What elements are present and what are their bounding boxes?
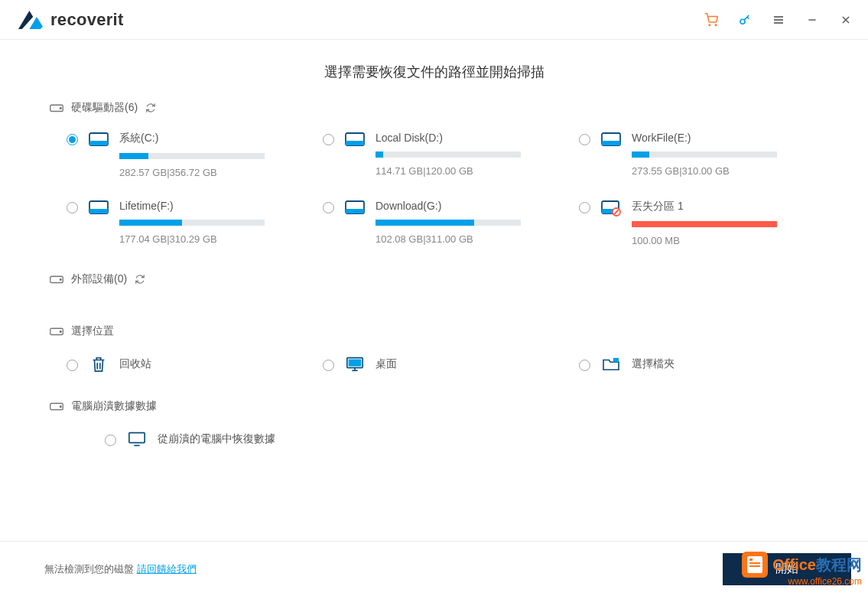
radio-crash[interactable] xyxy=(105,435,116,446)
svg-rect-16 xyxy=(346,141,364,145)
drive-size: 114.71 GB|120.00 GB xyxy=(375,165,547,177)
disk-icon xyxy=(89,200,109,218)
refresh-icon[interactable] xyxy=(145,103,156,113)
svg-point-12 xyxy=(60,107,61,109)
disk-lost-icon xyxy=(601,200,621,218)
section-label: 電腦崩潰數據數據 xyxy=(71,399,157,413)
radio-drive-g[interactable] xyxy=(323,202,334,213)
location-label: 回收站 xyxy=(119,357,151,371)
minimize-icon[interactable] xyxy=(805,13,819,27)
crash-grid: 從崩潰的電腦中恢復數據 xyxy=(88,430,818,448)
location-recycle-bin[interactable]: 回收站 xyxy=(67,355,306,373)
drive-size: 273.55 GB|310.00 GB xyxy=(632,165,803,177)
crash-recovery-item[interactable]: 從崩潰的電腦中恢復數據 xyxy=(105,430,275,448)
titlebar: recoverit xyxy=(0,0,868,40)
menu-icon[interactable] xyxy=(772,13,785,27)
close-icon[interactable] xyxy=(839,13,853,27)
logo-icon xyxy=(18,11,43,29)
svg-rect-20 xyxy=(89,209,108,213)
drive-progress xyxy=(632,151,777,158)
disk-icon xyxy=(601,132,621,150)
drive-body: 系統(C:) 282.57 GB|356.72 GB xyxy=(119,132,306,178)
svg-point-30 xyxy=(60,331,61,332)
radio-drive-f[interactable] xyxy=(67,202,78,213)
drive-name: Local Disk(D:) xyxy=(375,132,547,144)
disk-icon xyxy=(345,200,365,218)
main-content: 選擇需要恢復文件的路徑並開始掃描 硬碟驅動器(6) 系統(C:) 2 xyxy=(0,40,868,541)
svg-point-3 xyxy=(715,24,717,26)
svg-rect-37 xyxy=(613,358,619,362)
section-label: 硬碟驅動器(6) xyxy=(71,101,138,115)
drive-name: 系統(C:) xyxy=(119,132,291,145)
section-crash: 電腦崩潰數據數據 xyxy=(50,399,818,413)
cart-icon[interactable] xyxy=(704,13,718,27)
refresh-icon[interactable] xyxy=(135,274,145,285)
drive-size: 102.08 GB|311.00 GB xyxy=(375,233,547,245)
disk-icon xyxy=(345,132,365,150)
drive-name: Download(G:) xyxy=(375,200,547,212)
radio-drive-lost[interactable] xyxy=(579,202,590,213)
drive-item-g[interactable]: Download(G:) 102.08 GB|311.00 GB xyxy=(323,200,562,246)
brand-text: recoverit xyxy=(50,10,124,30)
section-label: 外部設備(0) xyxy=(71,272,127,286)
drive-body: 丟失分區 1 100.00 MB xyxy=(632,200,818,246)
key-icon[interactable] xyxy=(738,13,752,27)
drive-icon xyxy=(50,401,63,412)
start-button[interactable]: 開始 xyxy=(723,553,851,585)
drive-size: 177.04 GB|310.29 GB xyxy=(119,233,291,245)
svg-rect-14 xyxy=(89,141,108,145)
radio-drive-e[interactable] xyxy=(579,134,590,145)
footer-message: 無法檢測到您的磁盤 xyxy=(44,563,134,575)
locations-grid: 回收站 桌面 選擇檔夾 xyxy=(67,355,818,373)
drive-progress xyxy=(119,220,265,226)
section-locations: 選擇位置 xyxy=(50,324,818,338)
window-controls xyxy=(704,13,853,27)
drive-icon xyxy=(50,103,63,113)
section-external: 外部設備(0) xyxy=(50,272,818,286)
section-label: 選擇位置 xyxy=(71,324,114,338)
radio-folder[interactable] xyxy=(579,360,590,371)
app-window: recoverit 選擇需要恢復文件的路徑並開始掃描 xyxy=(0,0,868,596)
drive-item-c[interactable]: 系統(C:) 282.57 GB|356.72 GB xyxy=(67,132,306,178)
location-label: 選擇檔夾 xyxy=(632,357,675,371)
disk-icon xyxy=(89,132,109,150)
drive-progress xyxy=(632,221,777,227)
drive-item-lost[interactable]: 丟失分區 1 100.00 MB xyxy=(579,200,818,246)
footer: 無法檢測到您的磁盤 請回饋給我們 開始 xyxy=(0,541,868,596)
svg-point-2 xyxy=(709,24,710,26)
svg-point-4 xyxy=(740,19,745,24)
drive-progress xyxy=(375,220,521,226)
desktop-icon xyxy=(345,355,365,373)
footer-text: 無法檢測到您的磁盤 請回饋給我們 xyxy=(44,562,197,576)
drive-progress xyxy=(375,151,521,158)
drive-icon xyxy=(50,326,63,337)
folder-icon xyxy=(601,355,621,373)
drive-item-f[interactable]: Lifetime(F:) 177.04 GB|310.29 GB xyxy=(67,200,306,246)
radio-drive-d[interactable] xyxy=(323,134,334,145)
trash-icon xyxy=(89,355,109,373)
page-title: 選擇需要恢復文件的路徑並開始掃描 xyxy=(50,63,818,81)
svg-point-39 xyxy=(60,405,61,407)
location-choose-folder[interactable]: 選擇檔夾 xyxy=(579,355,818,373)
feedback-link[interactable]: 請回饋給我們 xyxy=(137,563,197,575)
drive-item-d[interactable]: Local Disk(D:) 114.71 GB|120.00 GB xyxy=(323,132,562,178)
crash-label: 從崩潰的電腦中恢復數據 xyxy=(158,432,275,446)
drive-body: Lifetime(F:) 177.04 GB|310.29 GB xyxy=(119,200,306,245)
drive-name: WorkFile(E:) xyxy=(632,132,803,144)
radio-drive-c[interactable] xyxy=(67,134,78,145)
section-hard-drives: 硬碟驅動器(6) xyxy=(50,101,818,115)
drive-progress xyxy=(119,153,265,159)
location-label: 桌面 xyxy=(375,357,397,371)
drive-icon xyxy=(50,274,63,285)
drive-size: 100.00 MB xyxy=(632,235,803,246)
drive-item-e[interactable]: WorkFile(E:) 273.55 GB|310.00 GB xyxy=(579,132,818,178)
svg-marker-0 xyxy=(18,11,33,29)
svg-rect-18 xyxy=(602,141,620,145)
drive-size: 282.57 GB|356.72 GB xyxy=(119,167,291,178)
svg-rect-22 xyxy=(346,209,364,213)
radio-desktop[interactable] xyxy=(323,360,334,371)
svg-marker-1 xyxy=(29,17,43,29)
svg-rect-36 xyxy=(349,360,362,366)
location-desktop[interactable]: 桌面 xyxy=(323,355,562,373)
radio-recycle[interactable] xyxy=(67,360,78,371)
